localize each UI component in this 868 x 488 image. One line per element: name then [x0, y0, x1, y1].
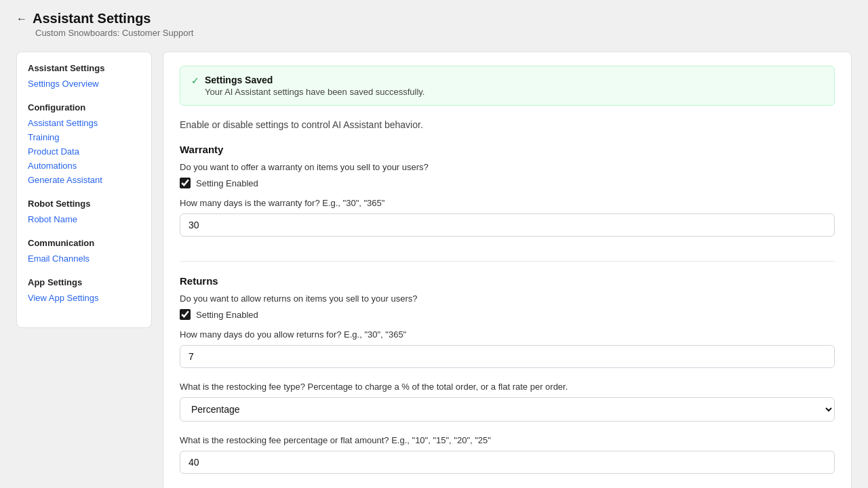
sidebar-section-title-communication: Communication: [28, 238, 140, 248]
returns-checkbox[interactable]: [180, 309, 191, 320]
main-content: ✓ Settings Saved Your AI Assistant setti…: [163, 52, 852, 488]
restocking-amount-group: What is the restocking fee percentage or…: [180, 435, 835, 485]
sidebar-section-configuration: ConfigurationAssistant SettingsTrainingP…: [28, 102, 140, 185]
warranty-checkbox[interactable]: [180, 178, 191, 188]
sidebar-link-email-channels[interactable]: Email Channels: [28, 253, 140, 264]
returns-days-label: How many days do you allow returns for? …: [180, 329, 835, 340]
restocking-amount-input[interactable]: [180, 451, 835, 474]
page-header: ← Assistant Settings Custom Snowboards: …: [0, 0, 868, 43]
sidebar-section-title-configuration: Configuration: [28, 102, 140, 113]
sidebar-link-view-app-settings[interactable]: View App Settings: [28, 293, 140, 303]
warranty-section: Warranty Do you want to offer a warranty…: [180, 144, 835, 247]
success-title: Settings Saved: [205, 75, 425, 85]
page-title: Assistant Settings: [33, 11, 151, 26]
returns-days-input[interactable]: [180, 345, 835, 368]
sidebar-link-settings-overview[interactable]: Settings Overview: [28, 79, 140, 89]
sidebar-section-title-assistant: Assistant Settings: [28, 63, 140, 73]
returns-section: Returns Do you want to allow returns on …: [180, 275, 835, 485]
sidebar-section-communication: CommunicationEmail Channels: [28, 238, 140, 264]
sidebar: Assistant SettingsSettings OverviewConfi…: [16, 52, 152, 328]
warranty-checkbox-label: Setting Enabled: [196, 178, 258, 188]
returns-checkbox-row: Setting Enabled: [180, 309, 835, 320]
success-content: Settings Saved Your AI Assistant setting…: [205, 75, 425, 97]
restocking-type-select[interactable]: Percentage Flat Rate: [180, 397, 835, 422]
success-banner: ✓ Settings Saved Your AI Assistant setti…: [180, 66, 835, 106]
warranty-section-title: Warranty: [180, 144, 835, 155]
success-message: Your AI Assistant settings have been sav…: [205, 87, 425, 97]
returns-days-group: How many days do you allow returns for? …: [180, 329, 835, 379]
sidebar-link-automations[interactable]: Automations: [28, 161, 140, 171]
sidebar-section-title-app: App Settings: [28, 277, 140, 287]
sidebar-link-robot-name[interactable]: Robot Name: [28, 214, 140, 224]
restocking-type-group: What is the restocking fee type? Percent…: [180, 382, 835, 432]
sidebar-link-training[interactable]: Training: [28, 132, 140, 142]
warranty-days-label: How many days is the warranty for? E.g.,…: [180, 198, 835, 208]
returns-section-title: Returns: [180, 275, 835, 287]
returns-checkbox-label: Setting Enabled: [196, 310, 258, 320]
returns-checkbox-question: Do you want to allow returns on items yo…: [180, 293, 835, 304]
page-subtitle: Custom Snowboards: Customer Support: [35, 28, 193, 38]
check-icon: ✓: [191, 75, 199, 86]
warranty-days-input[interactable]: [180, 214, 835, 237]
warranty-checkbox-row: Setting Enabled: [180, 178, 835, 188]
sidebar-link-product-data[interactable]: Product Data: [28, 146, 140, 157]
sidebar-section-app: App SettingsView App Settings: [28, 277, 140, 303]
restocking-amount-label: What is the restocking fee percentage or…: [180, 435, 835, 445]
sidebar-section-title-robot: Robot Settings: [28, 199, 140, 209]
sidebar-section-robot: Robot SettingsRobot Name: [28, 199, 140, 224]
warranty-checkbox-question: Do you want to offer a warranty on items…: [180, 162, 835, 172]
main-layout: Assistant SettingsSettings OverviewConfi…: [0, 43, 868, 488]
warranty-days-group: How many days is the warranty for? E.g.,…: [180, 198, 835, 247]
sidebar-section-assistant: Assistant SettingsSettings Overview: [28, 63, 140, 89]
restocking-type-label: What is the restocking fee type? Percent…: [180, 382, 835, 392]
back-button[interactable]: ←: [16, 13, 27, 25]
section-divider: [180, 261, 835, 262]
sidebar-link-assistant-settings[interactable]: Assistant Settings: [28, 118, 140, 128]
sidebar-link-generate-assistant[interactable]: Generate Assistant: [28, 175, 140, 185]
description-text: Enable or disable settings to control AI…: [180, 119, 835, 130]
